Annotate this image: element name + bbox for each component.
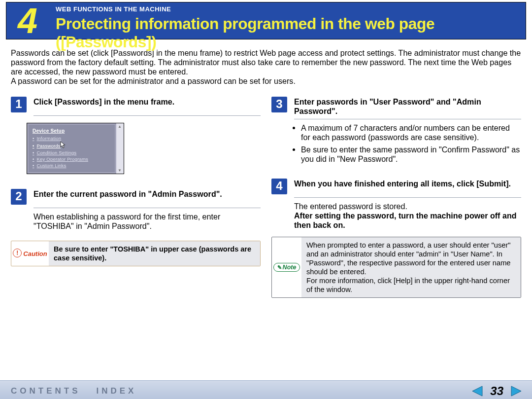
step-4-title: When you have finished entering all item… xyxy=(294,179,521,188)
device-setup-item-passwords-label: Passwords xyxy=(37,143,61,148)
caution-box: ! Caution Be sure to enter "TOSHIBA" in … xyxy=(11,241,261,266)
step-4-separator xyxy=(294,197,521,198)
note-text: When prompted to enter a password, a use… xyxy=(301,237,521,297)
device-setup-menu-inner: Device Setup Information Passwords Condi… xyxy=(29,125,115,172)
step-3-title: Enter passwords in "User Password" and "… xyxy=(294,97,521,116)
note-box: ✎ Note When prompted to enter a password… xyxy=(271,237,521,298)
step-4-line-1: The entered password is stored. xyxy=(294,202,521,211)
step-2-separator xyxy=(33,208,261,208)
step-1-header: 1 Click [Passwords] in the menu frame. xyxy=(11,97,261,112)
step-2-number: 2 xyxy=(11,189,27,205)
device-setup-item-keyoperator: Key Operator Programs xyxy=(33,156,111,162)
prev-page-button[interactable] xyxy=(470,385,484,398)
note-pill: ✎ Note xyxy=(273,263,300,272)
step-4: 4 When you have finished entering all it… xyxy=(271,179,521,298)
note-label-wrap: ✎ Note xyxy=(272,237,301,297)
step-3-body: A maximum of 7 characters and/or numbers… xyxy=(294,123,521,164)
steps-columns: 1 Click [Passwords] in the menu frame. D… xyxy=(11,97,521,303)
contents-link[interactable]: CONTENTS xyxy=(11,386,81,396)
next-page-button[interactable] xyxy=(509,385,523,398)
index-link[interactable]: INDEX xyxy=(97,386,137,396)
page-header: 4 WEB FUNCTIONS IN THE MACHINE Protectin… xyxy=(6,2,526,39)
step-3: 3 Enter passwords in "User Password" and… xyxy=(271,97,521,164)
step-3-separator xyxy=(294,119,521,119)
pencil-icon: ✎ xyxy=(277,264,282,271)
step-4-body: The entered password is stored. After se… xyxy=(294,202,521,230)
device-setup-item-condition: Condition Settings xyxy=(33,149,111,156)
breadcrumb: WEB FUNCTIONS IN THE MACHINE xyxy=(56,5,521,13)
device-setup-item-custom: Custom Links xyxy=(33,162,111,169)
caution-label: ! Caution xyxy=(11,241,49,266)
caution-icon: ! xyxy=(13,249,22,257)
step-1: 1 Click [Passwords] in the menu frame. D… xyxy=(11,97,261,174)
cursor-icon xyxy=(61,142,66,149)
page-number: 33 xyxy=(490,384,503,398)
header-titles: WEB FUNCTIONS IN THE MACHINE Protecting … xyxy=(56,5,521,51)
intro-text: Passwords can be set (click [Passwords] … xyxy=(11,48,521,86)
caution-label-text: Caution xyxy=(23,250,47,257)
device-setup-item-information: Information xyxy=(33,135,111,142)
device-setup-menu: Device Setup Information Passwords Condi… xyxy=(27,123,124,174)
device-setup-title: Device Setup xyxy=(33,128,111,134)
right-column: 3 Enter passwords in "User Password" and… xyxy=(271,97,521,303)
step-3-number: 3 xyxy=(271,97,287,112)
page-root: { "header": { "chapter_number": "4", "br… xyxy=(0,2,532,399)
page-title: Protecting information programmed in the… xyxy=(56,15,521,51)
step-3-header: 3 Enter passwords in "User Password" and… xyxy=(271,97,521,116)
page-footer: CONTENTS INDEX 33 xyxy=(0,380,532,399)
step-3-bullet-1: A maximum of 7 characters and/or numbers… xyxy=(301,123,521,142)
chapter-number: 4 xyxy=(18,3,37,38)
left-column: 1 Click [Passwords] in the menu frame. D… xyxy=(11,97,261,303)
svg-marker-1 xyxy=(511,386,521,396)
step-2-title: Enter the current password in "Admin Pas… xyxy=(33,189,261,199)
step-1-separator xyxy=(33,115,261,116)
step-1-number: 1 xyxy=(11,97,27,112)
mini-scrollbar xyxy=(116,123,124,174)
note-label-text: Note xyxy=(283,264,297,271)
device-setup-item-passwords: Passwords xyxy=(33,142,111,149)
step-2-body: When establishing a password for the fir… xyxy=(33,212,261,231)
chapter-number-badge: 4 xyxy=(6,2,49,39)
step-4-header: 4 When you have finished entering all it… xyxy=(271,179,521,194)
svg-marker-0 xyxy=(472,386,482,396)
caution-text: Be sure to enter "TOSHIBA" in upper case… xyxy=(49,241,260,266)
step-4-line-2: After setting the password, turn the mac… xyxy=(294,211,521,230)
step-1-title: Click [Passwords] in the menu frame. xyxy=(33,97,261,107)
step-3-bullet-2: Be sure to enter the same password in "C… xyxy=(301,145,521,164)
step-2-header: 2 Enter the current password in "Admin P… xyxy=(11,189,261,205)
step-4-number: 4 xyxy=(271,179,287,194)
step-2: 2 Enter the current password in "Admin P… xyxy=(11,189,261,266)
